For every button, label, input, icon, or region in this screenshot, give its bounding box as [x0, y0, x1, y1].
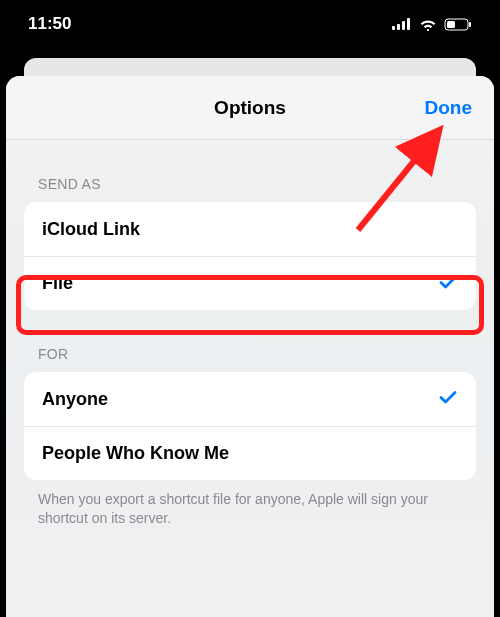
checkmark-icon — [438, 387, 458, 411]
row-file[interactable]: File — [24, 256, 476, 310]
row-people-who-know-me[interactable]: People Who Know Me — [24, 426, 476, 480]
battery-icon — [444, 18, 472, 31]
row-icloud-link[interactable]: iCloud Link — [24, 202, 476, 256]
svg-rect-3 — [407, 18, 410, 30]
wifi-icon — [419, 18, 437, 31]
svg-rect-6 — [469, 22, 471, 27]
options-sheet: Options Done SEND AS iCloud Link File FO… — [6, 76, 494, 617]
row-label: People Who Know Me — [42, 443, 229, 464]
status-icons — [392, 18, 472, 31]
svg-rect-5 — [447, 21, 455, 28]
send-as-group: iCloud Link File — [24, 202, 476, 310]
checkmark-icon — [438, 272, 458, 296]
svg-rect-0 — [392, 26, 395, 30]
row-label: File — [42, 273, 73, 294]
status-bar: 11:50 — [0, 0, 500, 48]
svg-rect-1 — [397, 24, 400, 30]
sheet-content: SEND AS iCloud Link File FOR Anyone — [6, 140, 494, 528]
row-label: Anyone — [42, 389, 108, 410]
section-footer: When you export a shortcut file for anyo… — [24, 480, 476, 528]
section-header-for: FOR — [24, 310, 476, 372]
cellular-signal-icon — [392, 18, 412, 30]
for-group: Anyone People Who Know Me — [24, 372, 476, 480]
svg-rect-2 — [402, 21, 405, 30]
done-button[interactable]: Done — [425, 97, 473, 119]
status-time: 11:50 — [28, 14, 71, 34]
sheet-header: Options Done — [6, 76, 494, 140]
page-title: Options — [214, 97, 286, 119]
section-header-send-as: SEND AS — [24, 140, 476, 202]
row-label: iCloud Link — [42, 219, 140, 240]
row-anyone[interactable]: Anyone — [24, 372, 476, 426]
